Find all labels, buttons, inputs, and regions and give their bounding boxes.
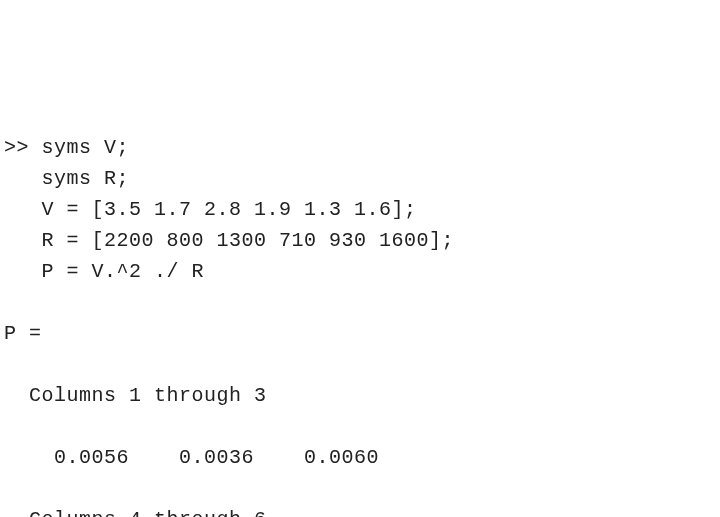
command-text: syms V; [42, 136, 130, 159]
command-line-2: syms R; [4, 163, 716, 194]
command-line-1: >> syms V; [4, 132, 716, 163]
blank-line [4, 349, 716, 380]
output-var-header: P = [4, 318, 716, 349]
command-text: V = [3.5 1.7 2.8 1.9 1.3 1.6]; [42, 198, 417, 221]
blank-line [4, 473, 716, 504]
command-line-5: P = V.^2 ./ R [4, 256, 716, 287]
blank-line [4, 287, 716, 318]
command-text: P = V.^2 ./ R [42, 260, 205, 283]
output-columns-label-2: Columns 4 through 6 [4, 504, 716, 517]
command-line-3: V = [3.5 1.7 2.8 1.9 1.3 1.6]; [4, 194, 716, 225]
command-text: R = [2200 800 1300 710 930 1600]; [42, 229, 455, 252]
prompt-symbol: >> [4, 136, 29, 159]
blank-line [4, 411, 716, 442]
matlab-console: >> syms V; syms R; V = [3.5 1.7 2.8 1.9 … [0, 124, 720, 517]
command-line-4: R = [2200 800 1300 710 930 1600]; [4, 225, 716, 256]
output-columns-label-1: Columns 1 through 3 [4, 380, 716, 411]
output-values-1: 0.0056 0.0036 0.0060 [4, 442, 716, 473]
command-text: syms R; [42, 167, 130, 190]
